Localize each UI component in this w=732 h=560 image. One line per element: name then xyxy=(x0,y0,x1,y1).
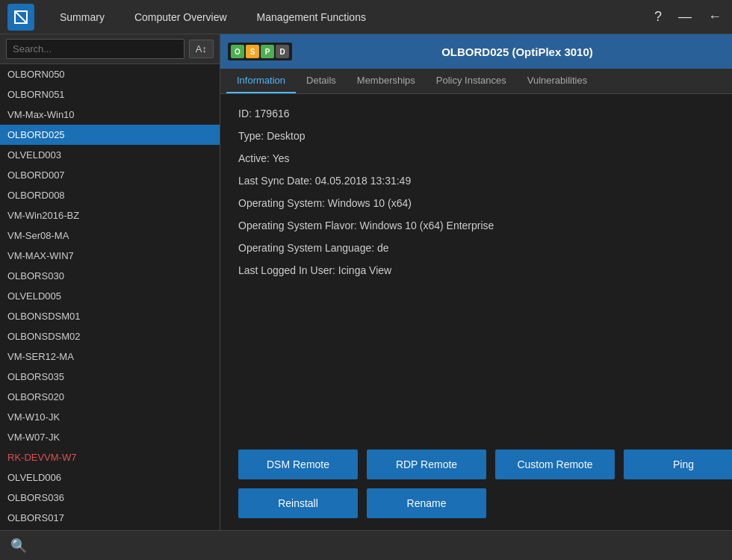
nav-computer-overview[interactable]: Computer Overview xyxy=(120,0,242,34)
btn-reinstall[interactable]: Reinstall xyxy=(238,488,358,518)
list-item[interactable]: VM-SER12-MA xyxy=(0,346,220,367)
info-os-flavor: Operating System Flavor: Windows 10 (x64… xyxy=(238,220,732,231)
sort-button[interactable]: A↕ xyxy=(189,40,214,58)
info-content: ID: 179616 Type: Desktop Active: Yes Las… xyxy=(220,94,732,438)
btn-ping[interactable]: Ping xyxy=(624,449,732,479)
computer-title: OLBORD025 (OptiPlex 3010) xyxy=(300,46,732,58)
right-panel: OSPD OLBORD025 (OptiPlex 3010) ↻ Informa… xyxy=(220,34,732,530)
tab-information[interactable]: Information xyxy=(226,69,296,93)
list-item[interactable]: OLBORS020 xyxy=(0,387,220,407)
info-active: Active: Yes xyxy=(238,152,732,164)
nav-management-functions[interactable]: Management Functions xyxy=(242,0,381,34)
list-item[interactable]: VM-Ser08-MA xyxy=(0,225,220,246)
list-item[interactable]: OLBORN051 xyxy=(0,84,220,105)
btn-row-2: ReinstallRename xyxy=(238,488,732,518)
list-item[interactable]: OLBORS033 xyxy=(0,528,220,530)
list-item[interactable]: OLBORS017 xyxy=(0,508,220,528)
tab-memberships[interactable]: Memberships xyxy=(347,69,426,93)
nav-items: Summary Computer Overview Management Fun… xyxy=(45,0,651,34)
tab-vulnerabilities[interactable]: Vulnerabilities xyxy=(517,69,598,93)
list-item[interactable]: OLBORN050 xyxy=(0,64,220,84)
action-buttons: DSM RemoteRDP RemoteCustom RemotePing Re… xyxy=(220,438,732,530)
back-icon[interactable]: ← xyxy=(705,6,725,28)
info-last-user: Last Logged In User: Icinga View xyxy=(238,264,732,276)
app-logo[interactable] xyxy=(7,4,34,31)
help-icon[interactable]: ? xyxy=(651,6,665,28)
btn-row-1: DSM RemoteRDP RemoteCustom RemotePing xyxy=(238,449,732,479)
info-type: Type: Desktop xyxy=(238,130,732,142)
status-dot-d: D xyxy=(276,45,289,58)
search-input[interactable] xyxy=(6,39,184,59)
status-indicators: OSPD xyxy=(228,43,292,60)
info-last-sync: Last Sync Date: 04.05.2018 13:31:49 xyxy=(238,175,732,187)
nav-summary[interactable]: Summary xyxy=(45,0,120,34)
list-item[interactable]: VM-MAX-WIN7 xyxy=(0,246,220,266)
list-item[interactable]: OLVELD006 xyxy=(0,467,220,488)
list-item[interactable]: RK-DEVVM-W7 xyxy=(0,447,220,467)
bottom-search-icon[interactable]: 🔍 xyxy=(10,538,27,554)
tab-details[interactable]: Details xyxy=(296,69,347,93)
tab-policy-instances[interactable]: Policy Instances xyxy=(426,69,517,93)
status-dot-p: P xyxy=(261,45,274,58)
btn-dsm-remote[interactable]: DSM Remote xyxy=(238,449,358,479)
btn-rename[interactable]: Rename xyxy=(367,488,486,518)
list-item[interactable]: OLBORD007 xyxy=(0,165,220,185)
top-nav: Summary Computer Overview Management Fun… xyxy=(0,0,732,34)
list-item[interactable]: OLBORS036 xyxy=(0,488,220,508)
main-layout: A↕ OLBORN050OLBORN051VM-Max-Win10OLBORD0… xyxy=(0,34,732,530)
svg-line-1 xyxy=(15,11,27,23)
list-item[interactable]: OLBORD008 xyxy=(0,185,220,205)
left-panel: A↕ OLBORN050OLBORN051VM-Max-Win10OLBORD0… xyxy=(0,34,220,530)
nav-icons: ? — ← xyxy=(651,6,725,28)
list-item[interactable]: VM-W10-JK xyxy=(0,407,220,427)
info-id: ID: 179616 xyxy=(238,108,732,119)
right-header: OSPD OLBORD025 (OptiPlex 3010) ↻ xyxy=(220,34,732,69)
list-item[interactable]: OLBONSDSM01 xyxy=(0,306,220,326)
search-bar: A↕ xyxy=(0,34,220,64)
info-os: Operating System: Windows 10 (x64) xyxy=(238,197,732,209)
tabs-bar: InformationDetailsMembershipsPolicy Inst… xyxy=(220,69,732,94)
info-os-language: Operating System Language: de xyxy=(238,242,732,254)
list-item[interactable]: OLBORD025 xyxy=(0,125,220,145)
btn-custom-remote[interactable]: Custom Remote xyxy=(495,449,615,479)
list-item[interactable]: OLVELD003 xyxy=(0,145,220,165)
minimize-icon[interactable]: — xyxy=(675,6,695,28)
status-dot-o: O xyxy=(231,45,244,58)
list-item[interactable]: OLBORS035 xyxy=(0,367,220,387)
list-item[interactable]: VM-W07-JK xyxy=(0,427,220,447)
status-dot-s: S xyxy=(246,45,259,58)
list-item[interactable]: OLBONSDSM02 xyxy=(0,326,220,346)
list-item[interactable]: OLBORS030 xyxy=(0,266,220,286)
list-item[interactable]: VM-Win2016-BZ xyxy=(0,205,220,225)
list-item[interactable]: VM-Max-Win10 xyxy=(0,105,220,125)
computer-list: OLBORN050OLBORN051VM-Max-Win10OLBORD025O… xyxy=(0,64,220,530)
list-item[interactable]: OLVELD005 xyxy=(0,286,220,306)
btn-rdp-remote[interactable]: RDP Remote xyxy=(367,449,486,479)
bottom-bar: 🔍 xyxy=(0,530,732,560)
